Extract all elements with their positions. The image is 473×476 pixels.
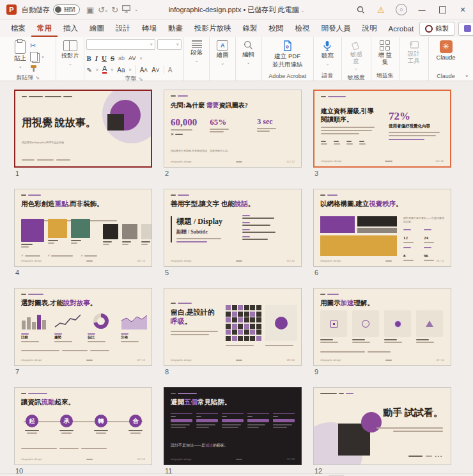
text-shadow-button[interactable]: ab [118,55,125,61]
create-pdf-button[interactable]: 建立 PDF 並共用連結 [270,39,306,70]
dictate-button[interactable]: 聽寫 ⌄ [319,39,336,68]
maximize-button[interactable] [432,0,453,19]
mini-donut-chart: 佔比 [88,313,114,342]
tab-acrobat[interactable]: Acrobat [383,20,420,37]
character-spacing-button[interactable]: AV [128,55,136,61]
slide-thumbnail-1[interactable]: 用視覺 說故事。 資訊圖表(infographic)視覺化設計指南 [14,90,152,168]
swatch-light [141,224,152,239]
account-avatar[interactable]: ○ [391,0,412,19]
sensitivity-button: 敏感 度 ˅ [344,39,369,74]
slide-thumbnail-10[interactable]: 讓資訊流動起來。 起 承 轉 合 [14,387,152,465]
tab-design[interactable]: 設計 [110,20,136,37]
editing-group: 編輯 ⌄ [236,37,262,81]
stat-65: 65% [210,117,229,132]
pitfall-columns [171,413,295,428]
minimize-button[interactable]: — [412,0,432,19]
tab-draw[interactable]: 繪圖 [84,20,110,37]
slide-number-8: 8 [165,368,303,376]
font-color-button[interactable]: A [102,66,107,74]
copy-caret-icon[interactable]: ˅ [42,55,44,60]
tab-file[interactable]: 檔案 [5,20,31,37]
editing-button[interactable]: 編輯 ⌄ [240,39,257,67]
grid-mosaic [320,216,397,256]
slide-thumbnail-2[interactable]: 先問:為什麼 需要資訊圖表? 60,000 ✕ 65% 3 sec [164,90,302,168]
change-case-button[interactable]: Aa [117,67,125,74]
slide-cell-3: 建立資料層級,引導閱讀順序。 72% 使用者偏好視覺化內容 infographi… [313,90,453,189]
tab-insert[interactable]: 插入 [58,20,84,37]
italic-button[interactable]: I [95,54,98,62]
tab-record[interactable]: 錄製 [237,20,263,37]
mini-bar-chart: 比較 [21,313,48,342]
tab-help[interactable]: 說明 [357,20,383,37]
slide-thumbnail-4[interactable]: 用色彩創造重點,而非裝飾。 ✓ ✓ ✓ infographic design04… [14,189,152,267]
underline-button[interactable]: U [102,54,107,62]
new-slide-button[interactable]: 投影片 ⌄ [59,39,82,68]
clear-formatting-button[interactable]: A [168,67,173,74]
slide-thumbnail-8[interactable]: 留白,是設計的呼吸。 infographic design08 / 12 [164,288,302,366]
slide-cell-1: 用視覺 說故事。 資訊圖表(infographic)視覺化設計指南 1 [14,90,153,189]
collapse-ribbon-icon[interactable]: ⌄ [463,37,473,81]
slide-thumbnail-3[interactable]: 建立資料層級,引導閱讀順序。 72% 使用者偏好視覺化內容 infographi… [313,90,451,168]
font-size-combo[interactable]: ˅ [157,39,182,50]
tab-animations[interactable]: 動畫 [162,20,189,37]
slide-number-1: 1 [15,170,153,177]
cut-icon[interactable]: ✂ [30,42,36,50]
start-slideshow-icon[interactable] [122,5,130,14]
paragraph-button[interactable]: 段落 ⌄ [188,39,205,65]
slide-thumbnail-12[interactable]: 動手 試試看。 ••• [313,387,451,465]
close-button[interactable]: ✕ [453,0,473,19]
highlight-color-button[interactable]: ✎ [86,67,91,74]
slide-thumbnail-5[interactable]: 善用字型,讓文字 也能說話。 標題 / Display 副標 / Subtitl… [164,189,302,267]
present-in-teams-button[interactable]: 在 Teams 中展示 [458,22,473,36]
slide7-title: 選對圖表,才能說對故事。 [21,299,97,308]
tab-slideshow[interactable]: 投影片放映 [189,20,237,37]
warning-icon[interactable]: ⚠ [371,0,391,19]
slide6-title: 以網格構圖,建立視覺秩序。 [320,200,403,209]
autosave-control: 自動儲存 關閉 [22,4,80,15]
drawing-button[interactable]: A 繪圖 ⌄ [214,39,231,67]
tab-developer[interactable]: 開發人員 [316,20,357,37]
powerpoint-logo: P [6,4,17,15]
voice-group-label: 語音 [316,71,339,81]
spacing-caret-icon[interactable]: ˅ [139,56,142,61]
addins-button[interactable]: 增 益集 [373,39,397,67]
swatch-purple [21,219,44,242]
tab-transitions[interactable]: 轉場 [136,20,162,37]
autosave-toggle[interactable]: 關閉 [53,4,80,15]
slide-thumbnail-11[interactable]: 避開五個常見陷阱。 設計不是加法——是減法的藝術。 infographic de… [164,387,302,465]
font-dialog-launcher-icon[interactable]: ⇘ [139,76,143,82]
claude-button[interactable]: ✳ Claude [434,39,458,63]
title-dropdown-icon[interactable]: ⌄ [300,8,304,13]
swatch-green [71,219,90,238]
tab-home[interactable]: 常用 [31,20,58,37]
customize-qat-icon[interactable]: ⌄ [134,7,138,12]
quick-access-toolbar: ▣ ↺˅ ↻ ⌄ [86,5,138,14]
font-name-combo[interactable]: ˅ [86,39,155,50]
format-painter-icon[interactable] [30,65,38,72]
search-icon[interactable] [350,0,371,19]
save-icon[interactable]: ▣ [86,6,94,14]
slide-thumbnail-7[interactable]: 選對圖表,才能說對故事。 比較 趨勢 佔比 [14,288,152,366]
clipboard-dialog-launcher-icon[interactable]: ⇘ [35,75,40,81]
tab-review[interactable]: 校閱 [263,20,290,37]
slide11-body: 設計不是加法——是減法的藝術。 [171,443,228,448]
undo-icon[interactable]: ↺˅ [98,6,107,14]
slide-thumbnail-6[interactable]: 以網格構圖,建立視覺秩序。 網格是看不見的骨架——它讓元素彼此對齊。 12 24… [313,189,451,267]
slide-cell-4: 用色彩創造重點,而非裝飾。 ✓ ✓ ✓ infographic design04… [14,189,153,288]
magnifier-icon [244,40,253,50]
slide-number-7: 7 [15,368,153,376]
bold-button[interactable]: B [86,54,91,62]
paste-button[interactable]: 貼上 ⌄ [12,39,29,70]
strikethrough-button[interactable]: S [111,54,114,62]
shrink-font-button[interactable]: A˅ [151,67,160,74]
copy-icon[interactable] [32,53,40,63]
slide-cell-7: 選對圖表,才能說對故事。 比較 趨勢 佔比 [14,288,153,387]
grow-font-button[interactable]: A˄ [140,67,148,74]
acrobat-group-label: Adobe Acrobat [264,71,311,81]
tab-view[interactable]: 檢視 [290,20,316,37]
slide-cell-2: 先問:為什麼 需要資訊圖表? 60,000 ✕ 65% 3 sec [164,90,303,189]
pdf-icon [282,40,293,52]
slide-thumbnail-9[interactable]: 用圖示加速理解。 infographic design09 / 12 [313,288,451,366]
redo-icon[interactable]: ↻ [111,6,118,14]
record-button[interactable]: 錄製 [419,22,454,36]
